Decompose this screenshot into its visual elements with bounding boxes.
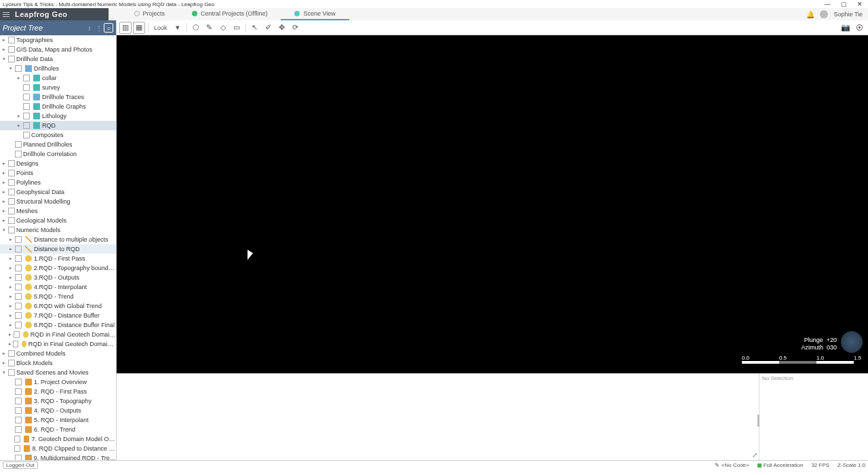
tree-node-nm1[interactable]: ▸1.RQD - First Pass <box>0 254 116 263</box>
tree-node-numeric[interactable]: ▾Numeric Models <box>0 225 116 235</box>
axis-icon[interactable]: ⦿ <box>853 22 865 34</box>
tree-node-sc5[interactable]: 5. RQD - Interpolant <box>0 415 116 425</box>
tree-node-drillhole-graphs[interactable]: Drillhole Graphs <box>0 102 116 111</box>
tab-scene-view[interactable]: Scene View <box>281 8 349 20</box>
tree-node-collar[interactable]: ▸collar <box>0 73 116 83</box>
tab-central-projects[interactable]: Central Projects (Offline) <box>178 8 281 20</box>
tree-node-sc1[interactable]: 1. Project Overview <box>0 377 116 387</box>
tree-node-structural[interactable]: ▸Structural Modelling <box>0 197 116 206</box>
tree-node-drillhole-traces[interactable]: Drillhole Traces <box>0 92 116 102</box>
tree-node-sc4[interactable]: 4. RQD - Outputs <box>0 406 116 415</box>
collapse-icon[interactable]: ↕ <box>85 23 94 33</box>
login-button[interactable]: Logged Out <box>3 461 38 469</box>
tree-node-drillhole-data[interactable]: ▾Drillhole Data <box>0 54 116 64</box>
tree-node-nm8[interactable]: ▸8.RQD - Distance Buffer Final <box>0 320 116 330</box>
tree-node-designs[interactable]: ▸Designs <box>0 159 116 168</box>
model-icon <box>23 331 28 338</box>
globe-icon <box>134 11 140 16</box>
compass-icon[interactable] <box>841 331 863 353</box>
tree-node-dist-rqd[interactable]: ▸Distance to RQD <box>0 244 116 254</box>
right-panel: ▥ ▦ Look ▾ ⬠ ✎ ◇ ▭ ↖ ✐ ✥ ⟳ 📷 ⦿ Plunge <box>117 20 868 460</box>
no-selection-label: No Selection <box>762 375 793 381</box>
tree-node-nm4[interactable]: ▸4.RQD - Interpolant <box>0 282 116 292</box>
tree-node-sc2[interactable]: 2. RQD - First Pass <box>0 387 116 396</box>
tree-node-planned-drillholes[interactable]: Planned Drillholes <box>0 140 116 149</box>
look-dropdown-icon[interactable]: ▾ <box>172 22 184 34</box>
avatar[interactable] <box>820 10 828 18</box>
maximize-icon[interactable]: ▢ <box>835 1 852 7</box>
tree-node-nm3[interactable]: ▸3.RQD - Outputs <box>0 273 116 282</box>
axis-control-icon[interactable]: ⤢ <box>752 451 757 459</box>
viewport-wrap: Plunge +20 Azimuth 030 0.0 0.5 1.0 1.5 ⤢ <box>117 35 868 460</box>
minimize-icon[interactable]: — <box>819 1 835 7</box>
tree-node-topographies[interactable]: ▸Topographies <box>0 35 116 45</box>
table-icon <box>33 75 40 81</box>
tree-node-nm5[interactable]: ▸5.RQD - Trend <box>0 292 116 301</box>
tab-projects[interactable]: Projects <box>121 8 179 20</box>
tree-node-geological[interactable]: ▸Geological Models <box>0 216 116 225</box>
search-icon[interactable]: ⌕ <box>104 23 113 33</box>
link-icon[interactable]: ⟳ <box>290 22 302 34</box>
tree-node-nm7[interactable]: ▸7.RQD - Distance Buffer <box>0 311 116 320</box>
tree-node-nm2[interactable]: ▸2.RQD - Topography boundary <box>0 263 116 273</box>
camera-icon[interactable]: 📷 <box>840 22 852 34</box>
body: Project Tree ↕ ⋮ ⌕ ▸Topographies ▸GIS Da… <box>0 20 868 460</box>
header-right: 🔔 Sophie Tie <box>801 8 868 20</box>
code-status[interactable]: ✎ <No Code> <box>715 462 749 468</box>
screenshot-all-icon[interactable]: ▦ <box>133 22 145 34</box>
tree-node-lithology[interactable]: ▸Lithology <box>0 111 116 121</box>
model-icon <box>25 293 32 300</box>
scale-bar: 0.0 0.5 1.0 1.5 <box>742 355 861 364</box>
tab-label: Scene View <box>303 10 335 17</box>
traces-icon <box>33 94 40 100</box>
tree-node-polylines[interactable]: ▸Polylines <box>0 178 116 187</box>
box-select-icon[interactable]: ▭ <box>231 22 243 34</box>
filter-icon[interactable]: ⋮ <box>94 23 104 33</box>
tree-node-rqd[interactable]: ▸RQD <box>0 121 116 130</box>
tree-node-points[interactable]: ▸Points <box>0 168 116 178</box>
tree-node-drillhole-correlation[interactable]: Drillhole Correlation <box>0 149 116 159</box>
scene-viewport[interactable]: Plunge +20 Azimuth 030 0.0 0.5 1.0 1.5 <box>117 35 868 373</box>
tree-node-nm9[interactable]: ▸RQD in Final Geotech Domained Model <box>0 330 116 339</box>
scene-icon <box>25 407 32 414</box>
tree-node-block[interactable]: ▸Block Models <box>0 358 116 368</box>
properties-panel: No Selection <box>760 374 868 460</box>
user-name: Sophie Tie <box>833 11 863 18</box>
scene-icon <box>25 455 32 460</box>
distance-icon <box>25 236 32 243</box>
model-icon <box>25 303 32 309</box>
collapse-handle[interactable] <box>757 415 760 427</box>
tree-node-sc3[interactable]: 3. RQD - Topography <box>0 396 116 406</box>
model-icon <box>25 312 32 319</box>
select-icon[interactable]: ⬠ <box>190 22 202 34</box>
pointer-icon[interactable]: ↖ <box>249 22 261 34</box>
tree-node-drillholes[interactable]: ▾Drillholes <box>0 64 116 73</box>
lasso-icon[interactable]: ◇ <box>217 22 229 34</box>
move-icon[interactable]: ✥ <box>276 22 288 34</box>
tree-node-sc6[interactable]: 6. RQD - Trend <box>0 425 116 434</box>
tree-node-sc8[interactable]: 8. RQD Clipped to Distance Buffer <box>0 444 116 453</box>
tree-node-nm10[interactable]: ▸RQD in Final Geotech Domained Model - T… <box>0 339 116 349</box>
zscale-status[interactable]: Z-Scale 1.0 <box>837 462 865 468</box>
tree-node-combined[interactable]: ▸Combined Models <box>0 349 116 358</box>
tree-node-sc9[interactable]: 9. Multidomained RQD - Trend <box>0 453 116 460</box>
tree-node-nm6[interactable]: ▸6.RQD with Global Trend <box>0 301 116 311</box>
tree-node-saved[interactable]: ▾Saved Scenes and Movies <box>0 368 116 377</box>
tree-node-dist-multi[interactable]: ▸Distance to multiple objects <box>0 235 116 244</box>
bell-icon[interactable]: 🔔 <box>806 11 814 18</box>
menu-icon[interactable] <box>0 8 12 20</box>
edit-icon[interactable]: ✐ <box>262 22 275 34</box>
project-tree[interactable]: ▸Topographies ▸GIS Data, Maps and Photos… <box>0 35 116 460</box>
close-icon[interactable]: ✕ <box>852 1 868 7</box>
tree-node-meshes[interactable]: ▸Meshes <box>0 206 116 216</box>
tree-node-sc7[interactable]: 7. Geotech Domain Model Overview <box>0 434 116 444</box>
draw-icon[interactable]: ✎ <box>203 22 216 34</box>
scene-toolbar: ▥ ▦ Look ▾ ⬠ ✎ ◇ ▭ ↖ ✐ ✥ ⟳ 📷 ⦿ <box>117 20 868 35</box>
window-titlebar: Lyceum Tips & Tricks - Multi-domained Nu… <box>0 0 868 8</box>
tree-node-geophysical[interactable]: ▸Geophysical Data <box>0 187 116 197</box>
scene-list-panel[interactable]: ⤢ <box>117 374 760 460</box>
screenshot-icon[interactable]: ▥ <box>119 22 132 34</box>
tree-node-survey[interactable]: survey <box>0 83 116 92</box>
tree-node-gis[interactable]: ▸GIS Data, Maps and Photos <box>0 45 116 54</box>
tree-node-composites[interactable]: Composites <box>0 130 116 140</box>
